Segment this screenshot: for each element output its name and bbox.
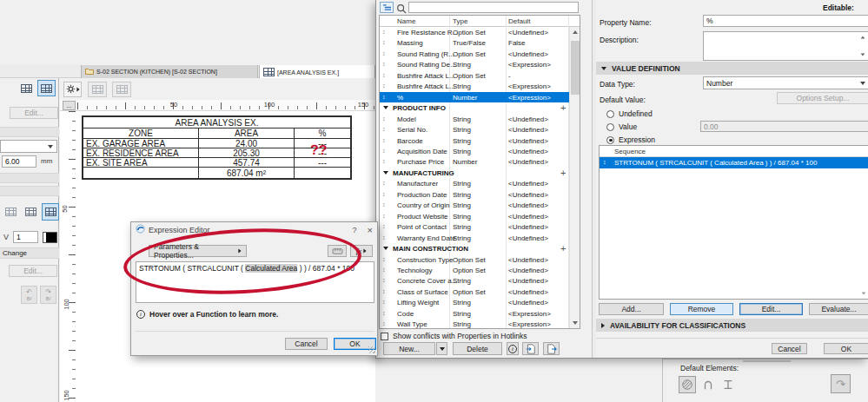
fill-element-button[interactable] <box>679 376 696 393</box>
property-row[interactable]: ↕ Lifting Weight String <Undefined> <box>380 297 569 307</box>
options-setup-button[interactable]: Options Setup... <box>777 92 868 104</box>
pen-size-input[interactable] <box>2 155 36 168</box>
col-default[interactable]: Default <box>508 17 530 25</box>
add-property-icon[interactable]: + <box>560 243 566 254</box>
cancel-button[interactable]: Cancel <box>285 338 328 350</box>
description-textarea[interactable] <box>703 31 868 61</box>
scroll-down-icon[interactable] <box>570 318 580 328</box>
add-property-icon[interactable]: + <box>560 102 566 113</box>
property-row[interactable]: ↕ Wall Type String <Expression> <box>380 319 569 329</box>
radio-row-undefined[interactable]: Undefined <box>606 109 653 118</box>
property-row[interactable]: ↕ Fire Resistance R... Option Set <Undef… <box>380 27 569 37</box>
edit-button[interactable]: Edit... <box>739 303 803 315</box>
level-marker-button[interactable] <box>719 376 737 393</box>
property-group-row[interactable]: MANUFACTURING + <box>380 168 569 178</box>
ruler-options-button[interactable]: ... <box>63 101 76 110</box>
pane-splitter[interactable] <box>592 0 596 359</box>
property-row[interactable]: ↕ Class of Surface Option Set <Undefined… <box>380 287 569 297</box>
property-row[interactable]: ↕ Massing True/False False <box>380 37 569 48</box>
property-row[interactable]: ↕ Purchase Price Number <Undefined> <box>380 156 569 167</box>
measure-units-button[interactable] <box>328 245 347 257</box>
scroll-up-icon[interactable] <box>861 36 865 38</box>
table-style-option-1[interactable] <box>17 81 35 96</box>
splitter-handle[interactable] <box>743 360 791 362</box>
conflicts-checkbox[interactable] <box>381 333 388 340</box>
property-row[interactable]: ↕ Bushfire Attack L... Option Set - <box>380 70 569 81</box>
cancel-button[interactable]: Cancel <box>772 343 807 354</box>
property-row[interactable]: ↕ Technology Option Set <Undefined> <box>380 265 569 275</box>
pen-color-swatch[interactable] <box>43 232 57 243</box>
new-button[interactable]: New... <box>383 342 435 355</box>
scroll-down-icon[interactable] <box>861 53 865 56</box>
property-row[interactable]: ↕ Construction Type Option Set <Undefine… <box>380 254 569 265</box>
property-row[interactable]: ↕ Bushfire Attack L... String <Expressio… <box>380 81 569 91</box>
property-row[interactable]: ↕ Sound Rating (R... Option Set <Undefin… <box>380 49 569 59</box>
radio-row-value[interactable]: Value <box>606 122 637 131</box>
functions-button[interactable]: fx <box>350 245 373 257</box>
add-button[interactable]: Add... <box>599 303 664 315</box>
dialog-titlebar[interactable]: Expression Editor ? × <box>131 222 377 237</box>
bold-italic-redo-button[interactable]: ↷ B/ <box>40 286 56 304</box>
property-row[interactable]: ↕ Barcode String <Undefined> <box>380 135 569 146</box>
property-row[interactable]: ↕ % Number <Expression> <box>380 92 569 102</box>
property-row[interactable]: ↕ Product Website String <Undefined> <box>380 211 569 221</box>
resize-grip[interactable] <box>368 346 375 353</box>
import-properties-button[interactable] <box>522 342 539 355</box>
tab-area-analysis[interactable]: [AREA ANALYSIS EX.] <box>259 65 375 79</box>
evaluate-button[interactable]: Evaluate... <box>809 303 868 315</box>
scroll-down-icon[interactable] <box>862 292 866 294</box>
property-row[interactable]: ↕ Point of Contact String <Undefined> <box>380 221 569 232</box>
availability-section[interactable]: AVAILABILITY FOR CLASSIFICATIONS <box>596 319 868 332</box>
style-dropdown[interactable] <box>0 140 57 153</box>
property-row[interactable]: ↕ Model String <Undefined> <box>380 114 569 124</box>
edit-button-bottom[interactable]: Edit... <box>9 265 57 277</box>
property-row[interactable]: ↕ Sound Rating De... String <Expression> <box>380 59 569 69</box>
radio-row-expression[interactable]: Expression <box>606 135 655 144</box>
bold-italic-undo-button[interactable]: ↶ B/ <box>21 286 37 304</box>
export-properties-button[interactable] <box>543 342 560 355</box>
property-row[interactable]: ↕ Manufacturer String <Undefined> <box>380 178 569 188</box>
scrollbar-thumb[interactable] <box>571 41 580 95</box>
property-row[interactable]: ↕ Production Date String <Undefined> <box>380 189 569 200</box>
col-name[interactable]: Name <box>397 17 415 25</box>
property-row[interactable]: ↕ Serial No. String <Undefined> <box>380 124 569 135</box>
new-dropdown-button[interactable] <box>436 342 447 355</box>
delete-button[interactable]: Delete <box>453 342 502 355</box>
edit-button-top[interactable]: Edit... <box>10 107 58 119</box>
expression-highlighted-token[interactable]: Calculated Area <box>245 264 297 273</box>
pen-weight-input[interactable] <box>13 231 38 243</box>
property-row[interactable]: ↕ Code String <Expression> <box>380 308 569 319</box>
property-row[interactable]: ↕ Country of Origin String <Undefined> <box>380 200 569 210</box>
add-property-icon[interactable]: + <box>560 168 566 178</box>
remove-button[interactable]: Remove <box>670 303 733 315</box>
value-definition-section[interactable]: VALUE DEFINITION <box>596 62 868 75</box>
list-scrollbar[interactable] <box>569 27 580 328</box>
parameters-properties-button[interactable]: Parameters & Properties... <box>149 245 247 257</box>
property-row[interactable]: ↕ Concrete Cover a... String <Undefined> <box>380 275 569 286</box>
property-row[interactable]: ↕ Acquisition Date String <Undefined> <box>380 146 569 156</box>
help-button[interactable]: ? <box>353 226 357 234</box>
scroll-up-icon[interactable] <box>570 27 580 37</box>
border-style-option-1[interactable] <box>2 203 19 221</box>
table-style-option-2[interactable] <box>37 80 56 96</box>
property-group-row[interactable]: MAIN CONSTRUCTION + <box>380 243 569 254</box>
border-style-option-3[interactable] <box>42 203 59 221</box>
data-type-dropdown[interactable]: Number <box>703 76 868 89</box>
sequence-expression-row[interactable]: ↕ STRTONUM ( STRCALCUNIT ( Calculated Ar… <box>600 157 868 168</box>
tab-s02-section[interactable]: S-02 SECTION (KITCHEN) [S-02 SECTION] <box>81 65 258 78</box>
property-row[interactable]: ↕ Warranty End Date String <Undefined> <box>380 233 569 243</box>
arch-element-button[interactable] <box>699 376 717 393</box>
close-icon[interactable]: × <box>368 225 373 235</box>
property-group-row[interactable]: PRODUCT INFO + <box>380 102 569 113</box>
info-button[interactable]: i <box>507 342 519 355</box>
property-name-input[interactable] <box>703 15 868 27</box>
default-value-input[interactable] <box>700 121 868 132</box>
ok-button[interactable]: OK <box>824 343 868 354</box>
col-type[interactable]: Type <box>453 17 467 25</box>
expression-textarea[interactable]: STRTONUM ( STRCALCUNIT ( Calculated Area… <box>136 261 374 303</box>
search-input[interactable] <box>408 2 579 13</box>
tree-view-toggle-button[interactable] <box>380 2 394 13</box>
merge-cells-button[interactable] <box>88 82 107 97</box>
rotate-view-button[interactable]: ↷ <box>831 374 851 393</box>
split-cells-button[interactable] <box>112 82 131 97</box>
